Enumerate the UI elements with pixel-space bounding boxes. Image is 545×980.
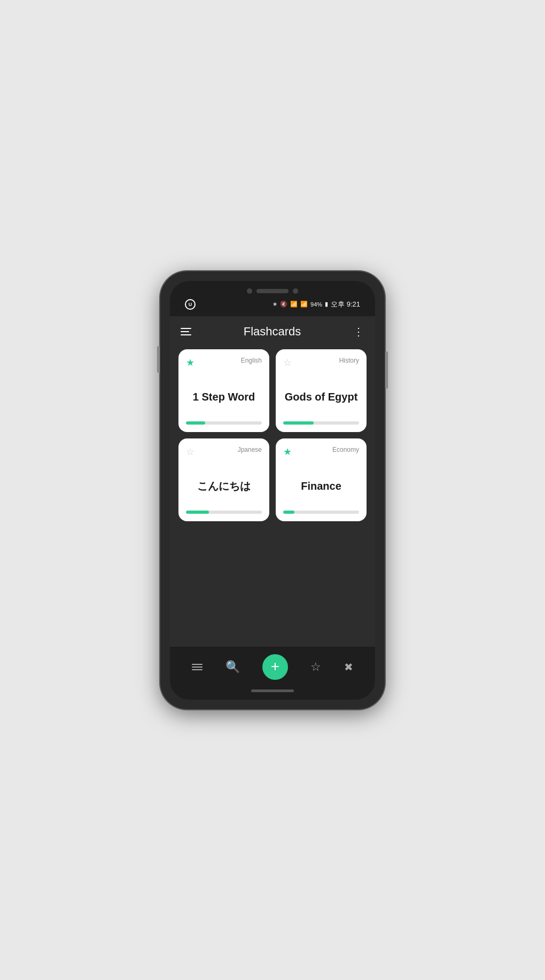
flashcards-grid: ★ English 1 Step Word ☆ History Gods of … [170,345,375,526]
status-right: ∗ 🔇 📶 📶 94% ▮ 오후 9:21 [272,300,360,309]
card-category-3: Jpanese [238,446,262,453]
camera-left [247,288,252,294]
search-icon: 🔍 [225,660,240,674]
battery-indicator: 94% [310,301,322,308]
home-icon [192,664,203,670]
star-icon-filled-2[interactable]: ★ [283,446,292,458]
speaker [256,289,289,293]
nav-shuffle-button[interactable]: ✖ [344,661,353,673]
card-progress-4 [283,511,359,514]
notch-row [247,288,298,294]
app-status-icon: U [185,299,196,310]
mute-icon: 🔇 [280,301,287,308]
phone-frame: U ∗ 🔇 📶 📶 94% ▮ 오후 9:21 [160,271,385,709]
card-progress-fill-4 [283,511,294,514]
star-icon-empty-2[interactable]: ☆ [186,446,194,458]
signal-icon: 📶 [300,301,308,308]
card-category-4: Economy [332,446,359,453]
card-progress-fill-1 [186,421,205,425]
status-left: U [185,299,196,310]
card-title-1: 1 Step Word [186,373,262,421]
bottom-navigation: 🔍 + ☆ ✖ [170,647,375,685]
menu-button[interactable] [181,328,191,335]
favorites-icon: ☆ [310,660,321,674]
app-header: Flashcards ⋮ [170,316,375,345]
card-progress-3 [186,511,262,514]
card-progress-fill-2 [283,421,314,425]
card-header-3: ☆ Jpanese [186,446,262,458]
add-icon: + [271,659,279,674]
card-category-2: History [339,357,359,364]
nav-add-button[interactable]: + [262,654,288,680]
battery-icon: ▮ [325,301,328,308]
shuffle-icon: ✖ [344,661,353,673]
card-progress-fill-3 [186,511,209,514]
star-icon-filled[interactable]: ★ [186,357,194,369]
card-title-4: Finance [283,462,359,511]
flashcard-economy[interactable]: ★ Economy Finance [276,438,367,521]
card-progress-2 [283,421,359,425]
card-header-4: ★ Economy [283,446,359,458]
star-icon-empty[interactable]: ☆ [283,357,292,369]
card-header-1: ★ English [186,357,262,369]
home-bar [251,689,294,692]
card-progress-1 [186,421,262,425]
nav-favorites-button[interactable]: ☆ [310,660,321,674]
bluetooth-icon: ∗ [272,301,277,308]
flashcard-history[interactable]: ☆ History Gods of Egypt [276,349,367,432]
wifi-icon: 📶 [290,301,298,308]
status-time: 오후 9:21 [331,300,360,309]
card-title-2: Gods of Egypt [283,373,359,421]
status-bar: U ∗ 🔇 📶 📶 94% ▮ 오후 9:21 [181,299,364,312]
flashcard-english[interactable]: ★ English 1 Step Word [178,349,269,432]
nav-home-button[interactable] [192,664,203,670]
card-title-3: こんにちは [186,462,262,511]
phone-screen: U ∗ 🔇 📶 📶 94% ▮ 오후 9:21 [170,281,375,700]
more-options-button[interactable]: ⋮ [353,325,364,338]
camera-right [293,288,298,294]
flashcard-japanese[interactable]: ☆ Jpanese こんにちは [178,438,269,521]
bottom-spacer [170,526,375,647]
card-category-1: English [241,357,262,364]
nav-search-button[interactable]: 🔍 [225,660,240,674]
card-header-2: ☆ History [283,357,359,369]
app-content: Flashcards ⋮ ★ English 1 Step Word [170,316,375,647]
notch-area: U ∗ 🔇 📶 📶 94% ▮ 오후 9:21 [170,281,375,316]
page-title: Flashcards [244,325,301,339]
home-indicator [170,685,375,700]
